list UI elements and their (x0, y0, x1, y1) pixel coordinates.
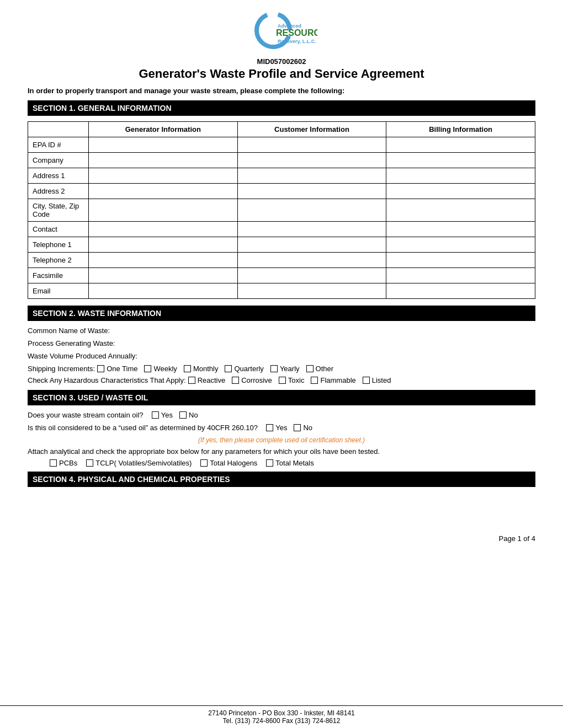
waste-volume: Waste Volume Produced Annually: (28, 352, 535, 360)
data-input-cell[interactable] (237, 222, 386, 237)
page-header: Advanced RESOURCE Recovery, L.L.C. MID05… (28, 11, 535, 81)
oil-note: (If yes, then please complete used oil c… (28, 436, 535, 444)
section4-header: SECTION 4. PHYSICAL AND CHEMICAL PROPERT… (28, 472, 535, 487)
table-row: Contact (28, 222, 535, 237)
onetime-label: One Time (107, 365, 137, 373)
monthly-option: Monthly (184, 365, 219, 373)
monthly-checkbox[interactable] (184, 365, 191, 372)
footer-line2: Tel. (313) 724-8600 Fax (313) 724-8612 (0, 717, 563, 725)
svg-text:Recovery, L.L.C.: Recovery, L.L.C. (278, 39, 316, 44)
no1-option: No (179, 411, 198, 419)
oil-question1-line: Does your waste stream contain oil? Yes … (28, 411, 535, 419)
intro-text: In order to properly transport and manag… (28, 87, 535, 95)
metals-checkbox[interactable] (266, 459, 273, 467)
data-input-cell[interactable] (88, 283, 237, 299)
data-input-cell[interactable] (237, 153, 386, 168)
data-input-cell[interactable] (386, 153, 535, 168)
halogens-option: Total Halogens (200, 459, 257, 467)
other-checkbox[interactable] (306, 365, 314, 372)
data-input-cell[interactable] (386, 283, 535, 299)
flammable-label: Flammable (320, 376, 355, 384)
no2-label: No (303, 424, 312, 432)
section1-header: SECTION 1. GENERAL INFORMATION (28, 100, 535, 116)
shipping-label: Shipping Increments: (28, 365, 95, 373)
section2-body: Common Name of Waste: Process Generating… (28, 321, 535, 384)
main-title: Generator's Waste Profile and Service Ag… (28, 67, 535, 81)
data-input-cell[interactable] (386, 168, 535, 184)
weekly-checkbox[interactable] (144, 365, 151, 372)
oil-question1: Does your waste stream contain oil? (28, 411, 144, 419)
toxic-checkbox[interactable] (279, 377, 286, 384)
data-input-cell[interactable] (237, 199, 386, 222)
data-input-cell[interactable] (237, 253, 386, 268)
table-row: City, State, Zip Code (28, 199, 535, 222)
page-number: Page 1 of 4 (28, 534, 535, 576)
oil-question2: Is this oil considered to be a “used oil… (28, 424, 258, 432)
data-input-cell[interactable] (88, 268, 237, 283)
data-input-cell[interactable] (386, 253, 535, 268)
data-input-cell[interactable] (386, 137, 535, 153)
data-input-cell[interactable] (386, 237, 535, 253)
flammable-checkbox[interactable] (311, 377, 318, 384)
yes1-option: Yes (152, 411, 173, 419)
data-input-cell[interactable] (88, 153, 237, 168)
row-label-cell: Telephone 1 (28, 237, 89, 253)
data-input-cell[interactable] (237, 237, 386, 253)
data-input-cell[interactable] (88, 184, 237, 199)
yearly-option: Yearly (270, 365, 300, 373)
listed-checkbox[interactable] (363, 377, 370, 384)
oil-question2-line: Is this oil considered to be a “used oil… (28, 424, 535, 432)
data-input-cell[interactable] (386, 184, 535, 199)
data-input-cell[interactable] (386, 268, 535, 283)
yes1-checkbox[interactable] (152, 411, 159, 419)
yes2-checkbox[interactable] (266, 424, 273, 431)
section2-header: SECTION 2. WASTE INFORMATION (28, 306, 535, 321)
listed-label: Listed (372, 376, 391, 384)
data-input-cell[interactable] (88, 137, 237, 153)
corrosive-option: Corrosive (232, 376, 272, 384)
tclp-checkbox[interactable] (86, 459, 93, 467)
table-row: Address 2 (28, 184, 535, 199)
no2-checkbox[interactable] (294, 424, 301, 431)
data-input-cell[interactable] (88, 168, 237, 184)
data-input-cell[interactable] (386, 199, 535, 222)
data-input-cell[interactable] (237, 184, 386, 199)
section3-header: SECTION 3. USED / WASTE OIL (28, 390, 535, 405)
table-row: Address 1 (28, 168, 535, 184)
process-generating: Process Generating Waste: (28, 339, 535, 347)
corrosive-checkbox[interactable] (232, 377, 239, 384)
data-input-cell[interactable] (386, 222, 535, 237)
listed-option: Listed (363, 376, 391, 384)
data-input-cell[interactable] (88, 253, 237, 268)
data-input-cell[interactable] (237, 268, 386, 283)
reactive-label: Reactive (198, 376, 226, 384)
data-input-cell[interactable] (237, 283, 386, 299)
yes1-label: Yes (161, 411, 173, 419)
flammable-option: Flammable (311, 376, 355, 384)
reactive-checkbox[interactable] (188, 377, 195, 384)
row-label-cell: Contact (28, 222, 89, 237)
pcbs-checkbox[interactable] (50, 459, 57, 467)
halogens-label: Total Halogens (210, 459, 257, 467)
col-billing: Billing Information (386, 122, 535, 137)
data-input-cell[interactable] (237, 168, 386, 184)
data-input-cell[interactable] (88, 199, 237, 222)
row-label-cell: City, State, Zip Code (28, 199, 89, 222)
no1-checkbox[interactable] (179, 411, 187, 419)
yearly-checkbox[interactable] (270, 365, 278, 372)
pcbs-line: PCBs TCLP( Volatiles/Semivolatiles) Tota… (28, 459, 535, 467)
hazardous-line: Check Any Hazardous Characteristics That… (28, 376, 535, 384)
data-input-cell[interactable] (237, 137, 386, 153)
table-row: Telephone 2 (28, 253, 535, 268)
col-generator: Generator Information (88, 122, 237, 137)
tclp-option: TCLP( Volatiles/Semivolatiles) (86, 459, 192, 467)
yes2-label: Yes (275, 424, 287, 432)
halogens-checkbox[interactable] (200, 459, 208, 467)
quarterly-checkbox[interactable] (225, 365, 232, 372)
weekly-label: Weekly (153, 365, 177, 373)
onetime-checkbox[interactable] (97, 365, 104, 372)
svg-text:RESOURCE: RESOURCE (276, 28, 317, 38)
data-input-cell[interactable] (88, 237, 237, 253)
data-input-cell[interactable] (88, 222, 237, 237)
onetime-option: One Time (97, 365, 137, 373)
